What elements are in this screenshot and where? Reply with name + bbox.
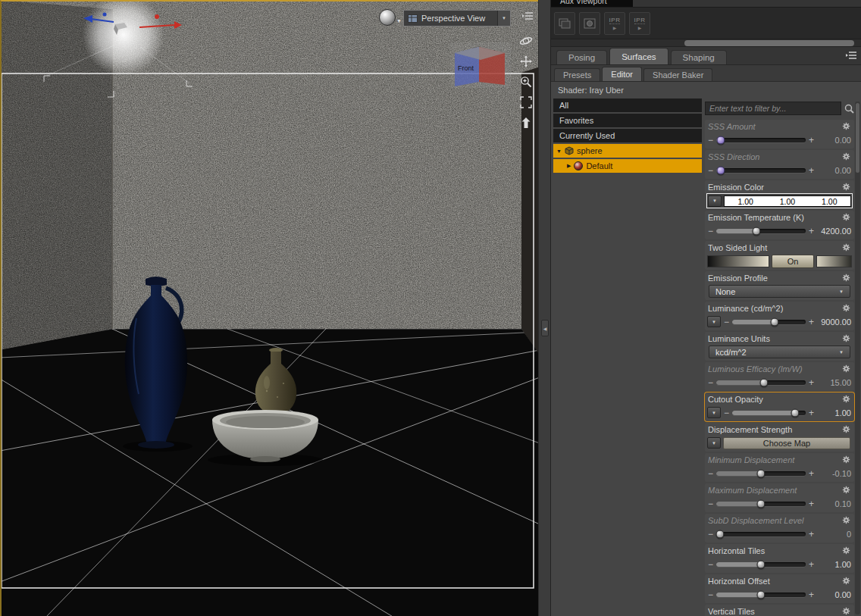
decrement-button[interactable]: [723, 317, 730, 327]
gear-icon[interactable]: [842, 183, 851, 192]
slider-track[interactable]: [716, 562, 806, 567]
decrement-button[interactable]: [707, 227, 714, 236]
increment-button[interactable]: [808, 166, 815, 175]
aux-render-icon[interactable]: [579, 12, 600, 35]
decrement-button[interactable]: [707, 590, 714, 599]
gear-icon[interactable]: [842, 486, 851, 495]
slider-handle[interactable]: [757, 499, 766, 508]
increment-button[interactable]: [808, 590, 815, 599]
map-menu-button[interactable]: [707, 437, 721, 449]
aux-ipr-button[interactable]: IPR: [629, 12, 650, 35]
gear-icon[interactable]: [842, 546, 851, 555]
decrement-button[interactable]: [707, 136, 714, 145]
slider-handle[interactable]: [753, 227, 761, 235]
param-dropdown[interactable]: None: [709, 285, 850, 298]
slider-handle[interactable]: [716, 136, 725, 144]
slider-track[interactable]: [716, 532, 806, 536]
gear-icon[interactable]: [842, 607, 851, 616]
decrement-button[interactable]: [707, 469, 714, 478]
list-item-all[interactable]: All: [553, 98, 702, 112]
view-cube[interactable]: Front: [450, 42, 511, 88]
gear-icon[interactable]: [842, 152, 851, 161]
increment-button[interactable]: [808, 378, 815, 387]
aim-up-tool-icon[interactable]: [517, 112, 535, 133]
pan-tool-icon[interactable]: [517, 51, 535, 71]
increment-button[interactable]: [808, 317, 815, 327]
pane-options-icon[interactable]: [522, 11, 534, 22]
decrement-button[interactable]: [707, 560, 714, 569]
gear-icon[interactable]: [842, 274, 851, 283]
aux-viewport-icon[interactable]: [554, 12, 575, 35]
map-menu-button[interactable]: [707, 316, 721, 327]
slider-track[interactable]: [716, 593, 806, 597]
decrement-button[interactable]: [707, 166, 714, 175]
color-swatch[interactable]: 1.001.001.00: [724, 195, 851, 207]
increment-button[interactable]: [808, 408, 815, 417]
increment-button[interactable]: [808, 560, 815, 569]
aux-ipr-button[interactable]: IPR: [604, 12, 625, 35]
pane-options-icon[interactable]: [846, 51, 857, 61]
gear-icon[interactable]: [842, 395, 851, 404]
tab-surfaces[interactable]: Surfaces: [609, 48, 668, 64]
slider-handle[interactable]: [759, 378, 768, 386]
hscroll-handle[interactable]: [684, 40, 854, 46]
list-item-currently-used[interactable]: Currently Used: [553, 129, 702, 142]
subtab-shader-baker[interactable]: Shader Baker: [643, 68, 712, 81]
gear-icon[interactable]: [842, 364, 851, 374]
view-rotation-ball-icon[interactable]: [379, 9, 396, 26]
decrement-button[interactable]: [723, 408, 730, 417]
increment-button[interactable]: [808, 469, 815, 478]
gear-icon[interactable]: [842, 122, 851, 131]
chevron-down-icon[interactable]: [497, 11, 510, 26]
list-item-favorites[interactable]: Favorites: [553, 114, 702, 127]
gear-icon[interactable]: [842, 213, 851, 222]
frame-tool-icon[interactable]: [517, 92, 535, 112]
toggle-on-button[interactable]: On: [772, 255, 814, 268]
gear-icon[interactable]: [842, 304, 851, 313]
chevron-right-icon[interactable]: [567, 163, 571, 169]
slider-handle[interactable]: [715, 530, 724, 538]
slider-track[interactable]: [716, 380, 806, 385]
gear-icon[interactable]: [842, 425, 851, 434]
gear-icon[interactable]: [842, 516, 851, 525]
chevron-down-icon[interactable]: [396, 18, 402, 23]
zoom-tool-icon[interactable]: [517, 71, 535, 92]
slider-track[interactable]: [716, 471, 806, 476]
subtab-presets[interactable]: Presets: [554, 68, 600, 81]
gear-icon[interactable]: [842, 455, 851, 464]
view-selector-dropdown[interactable]: Perspective View: [403, 10, 511, 27]
horizontal-scrollbar[interactable]: [551, 39, 861, 47]
slider-handle[interactable]: [716, 166, 725, 174]
slider-handle[interactable]: [757, 469, 766, 477]
collapse-panel-arrow[interactable]: [541, 320, 549, 336]
slider-track[interactable]: [716, 229, 806, 233]
slider-track[interactable]: [716, 502, 806, 506]
decrement-button[interactable]: [707, 530, 714, 539]
tab-aux-viewport[interactable]: Aux Viewport: [551, 0, 633, 8]
vscroll-handle[interactable]: [856, 103, 859, 173]
tab-shaping[interactable]: Shaping: [671, 50, 727, 64]
slider-handle[interactable]: [771, 317, 779, 326]
param-dropdown[interactable]: kcd/m^2: [709, 346, 850, 358]
decrement-button[interactable]: [707, 499, 714, 508]
slider-handle[interactable]: [757, 560, 766, 568]
increment-button[interactable]: [808, 499, 815, 508]
increment-button[interactable]: [808, 530, 815, 539]
decrement-button[interactable]: [707, 378, 714, 387]
map-menu-button[interactable]: [707, 407, 721, 418]
subtab-editor[interactable]: Editor: [602, 67, 642, 81]
orbit-tool-icon[interactable]: [517, 30, 535, 51]
panel-splitter[interactable]: [538, 0, 551, 616]
choose-map-button[interactable]: Choose Map: [723, 437, 850, 449]
gear-icon[interactable]: [842, 243, 851, 252]
slider-track[interactable]: [732, 320, 806, 324]
slider-handle[interactable]: [791, 408, 800, 417]
vertical-scrollbar[interactable]: [855, 102, 860, 614]
increment-button[interactable]: [808, 136, 815, 145]
tab-posing[interactable]: Posing: [556, 50, 607, 64]
tree-item-sphere[interactable]: sphere: [553, 144, 702, 158]
gear-icon[interactable]: [842, 577, 851, 586]
slider-track[interactable]: [716, 168, 806, 173]
chevron-down-icon[interactable]: [556, 149, 562, 154]
map-menu-button[interactable]: [708, 195, 722, 207]
